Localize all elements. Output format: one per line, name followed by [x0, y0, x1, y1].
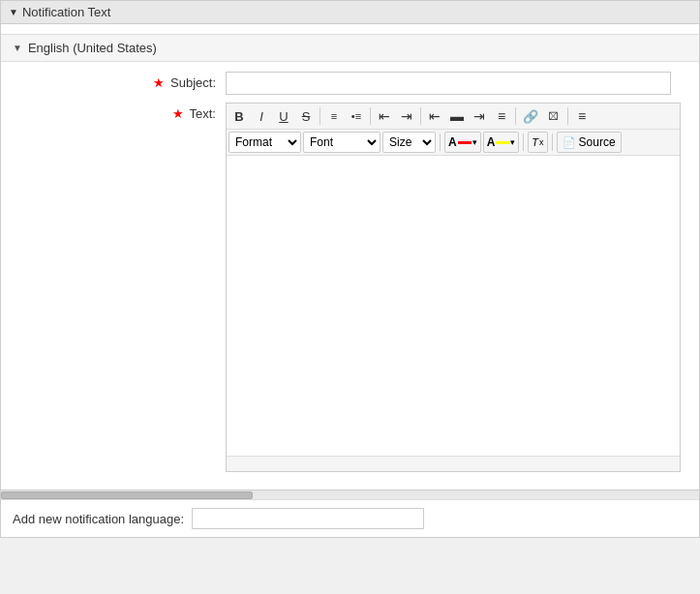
bold-button[interactable]: B	[228, 105, 250, 127]
highlight-arrow: ▾	[510, 137, 515, 147]
separator2	[370, 107, 371, 125]
font-color-swatch	[458, 141, 472, 144]
align-left-button[interactable]: ⇤	[424, 105, 445, 127]
font-color-arrow: ▾	[472, 137, 477, 147]
text-label: ★ Text:	[13, 103, 226, 121]
underline-button[interactable]: U	[273, 105, 294, 127]
editor-content-area[interactable]	[227, 156, 680, 456]
section-collapse-arrow: ▼	[13, 43, 22, 53]
panel-body: ▼ English (United States) ★ Subject: ★ T…	[1, 24, 699, 490]
align-center-button[interactable]: ▬	[446, 105, 468, 127]
format-select[interactable]: Format	[228, 132, 301, 153]
unlink-button[interactable]: ⛝	[543, 105, 564, 127]
indent-button[interactable]: ⇥	[396, 105, 417, 127]
strikethrough-button[interactable]: S	[295, 105, 317, 127]
source-icon: 📄	[563, 136, 576, 149]
highlight-swatch	[496, 141, 509, 144]
italic-button[interactable]: I	[251, 105, 272, 127]
subject-input[interactable]	[226, 72, 671, 95]
font-color-button[interactable]: A ▾	[444, 132, 481, 153]
panel-header[interactable]: ▼ Notification Text	[1, 1, 699, 24]
ordered-list-button[interactable]: ≡	[323, 105, 345, 127]
subject-label: ★ Subject:	[13, 72, 226, 90]
font-select[interactable]: Font	[303, 132, 380, 153]
toolbar-row2: Format Font Size A ▾	[227, 130, 680, 156]
rich-text-editor: B I U S ≡ •≡ ⇤ ⇥	[226, 103, 681, 472]
subject-row: ★ Subject:	[1, 72, 699, 95]
panel-title: Notification Text	[22, 5, 111, 19]
notification-text-panel: ▼ Notification Text ▼ English (United St…	[0, 0, 700, 538]
panel-collapse-arrow: ▼	[9, 7, 18, 17]
separator8	[552, 134, 553, 151]
subject-label-text: Subject:	[170, 75, 216, 90]
add-lang-input[interactable]	[192, 508, 424, 529]
unordered-list-icon: •≡	[351, 110, 361, 122]
editor-wrapper: B I U S ≡ •≡ ⇤ ⇥	[226, 103, 687, 472]
horizontal-scrollbar[interactable]	[1, 490, 699, 499]
highlight-color-button[interactable]: A ▾	[483, 132, 520, 153]
toolbar-row1: B I U S ≡ •≡ ⇤ ⇥	[227, 104, 680, 130]
align-right-button[interactable]: ⇥	[469, 105, 490, 127]
source-label: Source	[579, 135, 616, 149]
outdent-button[interactable]: ⇤	[374, 105, 395, 127]
size-select[interactable]: Size	[382, 132, 436, 153]
justify-button[interactable]: ≡	[491, 105, 512, 127]
separator6	[440, 134, 441, 151]
separator5	[567, 107, 568, 125]
separator3	[420, 107, 421, 125]
source-button[interactable]: 📄 Source	[557, 132, 622, 153]
separator7	[523, 134, 524, 151]
language-section-header[interactable]: ▼ English (United States)	[1, 34, 699, 62]
bottom-bar: Add new notification language:	[1, 499, 699, 537]
text-required-star: ★	[172, 106, 184, 121]
section-title: English (United States)	[28, 41, 157, 55]
ordered-list-icon: ≡	[331, 110, 337, 122]
separator1	[320, 107, 320, 125]
text-row: ★ Text: B I U S ≡	[1, 103, 699, 472]
subject-required-star: ★	[153, 75, 165, 90]
scrollbar-thumb[interactable]	[1, 491, 253, 499]
link-button[interactable]: 🔗	[519, 105, 542, 127]
separator4	[515, 107, 516, 125]
clear-format-sub: x	[539, 137, 544, 147]
unordered-list-button[interactable]: •≡	[346, 105, 367, 127]
font-color-label: A	[448, 135, 457, 149]
more-button[interactable]: ≡	[571, 105, 593, 127]
clear-format-button[interactable]: Tx	[528, 132, 547, 153]
text-label-text: Text:	[190, 106, 216, 121]
add-lang-label: Add new notification language:	[13, 512, 184, 526]
subject-field-wrapper	[226, 72, 687, 95]
highlight-label: A	[487, 135, 496, 149]
editor-statusbar	[227, 456, 680, 471]
clear-format-icon: T	[532, 136, 538, 148]
